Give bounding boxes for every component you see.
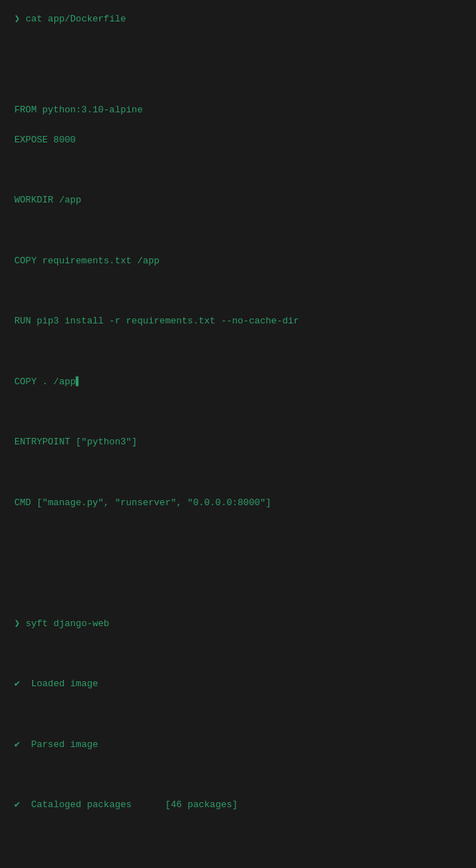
check-line: Parsed image bbox=[14, 737, 462, 752]
command-prompt: cat app/Dockerfile bbox=[14, 11, 462, 26]
code-line: WORKDIR /app bbox=[14, 192, 462, 208]
code-line: COPY . /app▌ bbox=[14, 374, 462, 389]
blank-line bbox=[14, 525, 462, 540]
blank-line bbox=[14, 706, 462, 721]
terminal-output: cat app/Dockerfile FROM python:3.10-alpi… bbox=[14, 11, 462, 868]
blank-line bbox=[14, 858, 462, 868]
blank-line bbox=[14, 162, 462, 177]
code-line: CMD ["manage.py", "runserver", "0.0.0.0:… bbox=[14, 495, 462, 510]
code-line: ENTRYPOINT ["python3"] bbox=[14, 434, 462, 449]
blank-line bbox=[14, 283, 462, 298]
command-prompt: syft django-web bbox=[14, 616, 462, 631]
blank-line bbox=[14, 42, 462, 57]
blank-line bbox=[14, 344, 462, 359]
blank-line bbox=[14, 827, 462, 842]
code-line: COPY requirements.txt /app bbox=[14, 253, 462, 268]
blank-line bbox=[14, 72, 462, 87]
code-line: RUN pip3 install -r requirements.txt --n… bbox=[14, 313, 462, 328]
blank-line bbox=[14, 767, 462, 782]
code-line: FROM python:3.10-alpine bbox=[14, 102, 462, 117]
blank-line bbox=[14, 555, 462, 570]
code-line: EXPOSE 8000 bbox=[14, 132, 462, 147]
blank-line bbox=[14, 646, 462, 661]
blank-line bbox=[14, 465, 462, 480]
check-line: Cataloged packages [46 packages] bbox=[14, 797, 462, 812]
blank-line bbox=[14, 223, 462, 238]
blank-line bbox=[14, 404, 462, 419]
blank-line bbox=[14, 585, 462, 600]
check-line: Loaded image bbox=[14, 676, 462, 691]
